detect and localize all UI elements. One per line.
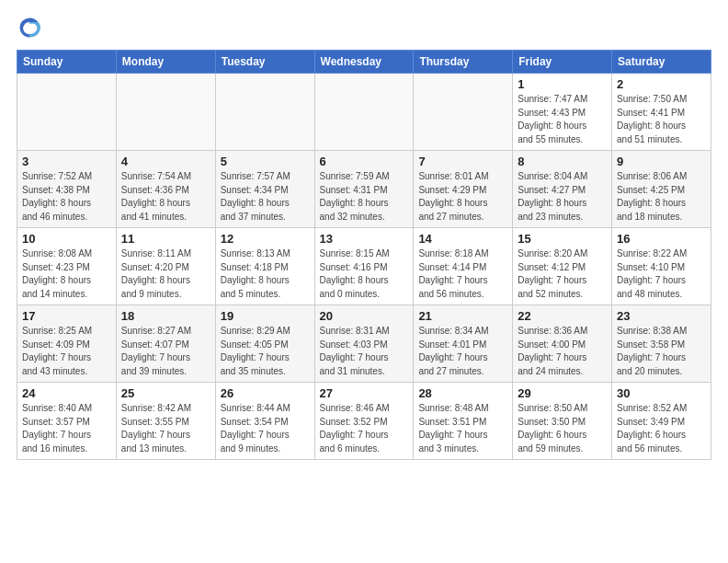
day-number: 18	[121, 309, 210, 323]
calendar-cell: 22Sunrise: 8:36 AM Sunset: 4:00 PM Dayli…	[513, 305, 612, 383]
calendar-cell: 25Sunrise: 8:42 AM Sunset: 3:55 PM Dayli…	[116, 383, 215, 460]
calendar-cell: 29Sunrise: 8:50 AM Sunset: 3:50 PM Dayli…	[513, 383, 612, 460]
calendar-cell: 13Sunrise: 8:15 AM Sunset: 4:16 PM Dayli…	[314, 228, 414, 305]
calendar-cell: 2Sunrise: 7:50 AM Sunset: 4:41 PM Daylig…	[612, 74, 711, 151]
day-info: Sunrise: 7:50 AM Sunset: 4:41 PM Dayligh…	[617, 93, 706, 146]
weekday-header: Saturday	[612, 51, 711, 74]
day-info: Sunrise: 8:08 AM Sunset: 4:23 PM Dayligh…	[22, 247, 111, 301]
weekday-header: Tuesday	[215, 51, 314, 74]
day-info: Sunrise: 8:20 AM Sunset: 4:12 PM Dayligh…	[518, 247, 607, 301]
day-info: Sunrise: 8:46 AM Sunset: 3:52 PM Dayligh…	[320, 402, 409, 455]
calendar-cell: 19Sunrise: 8:29 AM Sunset: 4:05 PM Dayli…	[215, 305, 314, 383]
day-info: Sunrise: 8:15 AM Sunset: 4:16 PM Dayligh…	[320, 247, 409, 301]
day-number: 11	[121, 232, 210, 246]
calendar-cell: 15Sunrise: 8:20 AM Sunset: 4:12 PM Dayli…	[513, 228, 612, 305]
day-number: 19	[221, 309, 310, 323]
weekday-header: Sunday	[17, 51, 117, 74]
calendar-cell: 11Sunrise: 8:11 AM Sunset: 4:20 PM Dayli…	[116, 228, 215, 305]
day-info: Sunrise: 7:52 AM Sunset: 4:38 PM Dayligh…	[22, 170, 111, 224]
calendar-cell	[314, 74, 414, 151]
day-number: 3	[22, 155, 111, 168]
calendar-cell: 21Sunrise: 8:34 AM Sunset: 4:01 PM Dayli…	[414, 305, 513, 383]
day-info: Sunrise: 8:40 AM Sunset: 3:57 PM Dayligh…	[22, 402, 111, 455]
calendar-cell	[215, 74, 314, 151]
day-info: Sunrise: 7:59 AM Sunset: 4:31 PM Dayligh…	[320, 170, 409, 224]
day-info: Sunrise: 8:52 AM Sunset: 3:49 PM Dayligh…	[617, 402, 706, 455]
calendar-cell: 28Sunrise: 8:48 AM Sunset: 3:51 PM Dayli…	[414, 383, 513, 460]
day-number: 13	[320, 232, 409, 246]
calendar-cell: 5Sunrise: 7:57 AM Sunset: 4:34 PM Daylig…	[215, 151, 314, 228]
day-number: 17	[22, 309, 111, 323]
calendar-cell: 20Sunrise: 8:31 AM Sunset: 4:03 PM Dayli…	[314, 305, 414, 383]
day-number: 15	[518, 232, 607, 246]
day-info: Sunrise: 8:25 AM Sunset: 4:09 PM Dayligh…	[22, 325, 111, 378]
day-number: 14	[418, 232, 507, 246]
day-number: 24	[22, 386, 111, 400]
calendar-cell: 17Sunrise: 8:25 AM Sunset: 4:09 PM Dayli…	[17, 305, 117, 383]
calendar-cell: 16Sunrise: 8:22 AM Sunset: 4:10 PM Dayli…	[612, 228, 711, 305]
calendar-cell: 1Sunrise: 7:47 AM Sunset: 4:43 PM Daylig…	[513, 74, 612, 151]
day-info: Sunrise: 8:44 AM Sunset: 3:54 PM Dayligh…	[221, 402, 310, 455]
day-number: 5	[221, 155, 310, 168]
calendar-week-row: 1Sunrise: 7:47 AM Sunset: 4:43 PM Daylig…	[17, 74, 711, 151]
weekday-header: Thursday	[414, 51, 513, 74]
day-number: 8	[518, 155, 607, 168]
day-number: 16	[617, 232, 706, 246]
calendar-table: SundayMondayTuesdayWednesdayThursdayFrid…	[17, 50, 711, 460]
day-number: 10	[22, 232, 111, 246]
day-number: 6	[320, 155, 409, 168]
day-info: Sunrise: 8:42 AM Sunset: 3:55 PM Dayligh…	[121, 402, 210, 455]
calendar-cell: 10Sunrise: 8:08 AM Sunset: 4:23 PM Dayli…	[17, 228, 117, 305]
header	[17, 15, 711, 40]
header-row: SundayMondayTuesdayWednesdayThursdayFrid…	[17, 51, 711, 74]
day-number: 30	[617, 386, 706, 400]
day-info: Sunrise: 8:36 AM Sunset: 4:00 PM Dayligh…	[518, 325, 607, 378]
weekday-header: Monday	[116, 51, 215, 74]
calendar-cell: 12Sunrise: 8:13 AM Sunset: 4:18 PM Dayli…	[215, 228, 314, 305]
day-info: Sunrise: 7:57 AM Sunset: 4:34 PM Dayligh…	[221, 170, 310, 224]
day-number: 26	[221, 386, 310, 400]
day-number: 2	[617, 77, 706, 91]
day-info: Sunrise: 8:01 AM Sunset: 4:29 PM Dayligh…	[418, 170, 507, 224]
day-info: Sunrise: 8:22 AM Sunset: 4:10 PM Dayligh…	[617, 247, 706, 301]
calendar-cell	[414, 74, 513, 151]
logo	[17, 15, 44, 40]
day-info: Sunrise: 7:47 AM Sunset: 4:43 PM Dayligh…	[518, 93, 607, 146]
day-info: Sunrise: 8:31 AM Sunset: 4:03 PM Dayligh…	[320, 325, 409, 378]
day-info: Sunrise: 8:29 AM Sunset: 4:05 PM Dayligh…	[221, 325, 310, 378]
day-info: Sunrise: 7:54 AM Sunset: 4:36 PM Dayligh…	[121, 170, 210, 224]
day-number: 20	[320, 309, 409, 323]
day-number: 28	[418, 386, 507, 400]
day-info: Sunrise: 8:11 AM Sunset: 4:20 PM Dayligh…	[121, 247, 210, 301]
day-info: Sunrise: 8:18 AM Sunset: 4:14 PM Dayligh…	[418, 247, 507, 301]
day-number: 23	[617, 309, 706, 323]
day-number: 7	[418, 155, 507, 168]
day-number: 1	[518, 77, 607, 91]
calendar-week-row: 24Sunrise: 8:40 AM Sunset: 3:57 PM Dayli…	[17, 383, 711, 460]
calendar-week-row: 17Sunrise: 8:25 AM Sunset: 4:09 PM Dayli…	[17, 305, 711, 383]
calendar-cell: 9Sunrise: 8:06 AM Sunset: 4:25 PM Daylig…	[612, 151, 711, 228]
calendar-cell: 26Sunrise: 8:44 AM Sunset: 3:54 PM Dayli…	[215, 383, 314, 460]
day-number: 4	[121, 155, 210, 168]
calendar-cell: 27Sunrise: 8:46 AM Sunset: 3:52 PM Dayli…	[314, 383, 414, 460]
calendar-cell: 4Sunrise: 7:54 AM Sunset: 4:36 PM Daylig…	[116, 151, 215, 228]
calendar-cell: 24Sunrise: 8:40 AM Sunset: 3:57 PM Dayli…	[17, 383, 117, 460]
day-number: 29	[518, 386, 607, 400]
calendar-cell: 30Sunrise: 8:52 AM Sunset: 3:49 PM Dayli…	[612, 383, 711, 460]
calendar-cell	[17, 74, 117, 151]
day-info: Sunrise: 8:04 AM Sunset: 4:27 PM Dayligh…	[518, 170, 607, 224]
day-number: 27	[320, 386, 409, 400]
day-number: 9	[617, 155, 706, 168]
weekday-header: Friday	[513, 51, 612, 74]
calendar-week-row: 3Sunrise: 7:52 AM Sunset: 4:38 PM Daylig…	[17, 151, 711, 228]
day-info: Sunrise: 8:34 AM Sunset: 4:01 PM Dayligh…	[418, 325, 507, 378]
day-number: 21	[418, 309, 507, 323]
calendar-week-row: 10Sunrise: 8:08 AM Sunset: 4:23 PM Dayli…	[17, 228, 711, 305]
day-info: Sunrise: 8:50 AM Sunset: 3:50 PM Dayligh…	[518, 402, 607, 455]
calendar-cell: 18Sunrise: 8:27 AM Sunset: 4:07 PM Dayli…	[116, 305, 215, 383]
calendar-cell: 8Sunrise: 8:04 AM Sunset: 4:27 PM Daylig…	[513, 151, 612, 228]
day-info: Sunrise: 8:27 AM Sunset: 4:07 PM Dayligh…	[121, 325, 210, 378]
day-info: Sunrise: 8:13 AM Sunset: 4:18 PM Dayligh…	[221, 247, 310, 301]
weekday-header: Wednesday	[314, 51, 414, 74]
calendar-cell: 7Sunrise: 8:01 AM Sunset: 4:29 PM Daylig…	[414, 151, 513, 228]
